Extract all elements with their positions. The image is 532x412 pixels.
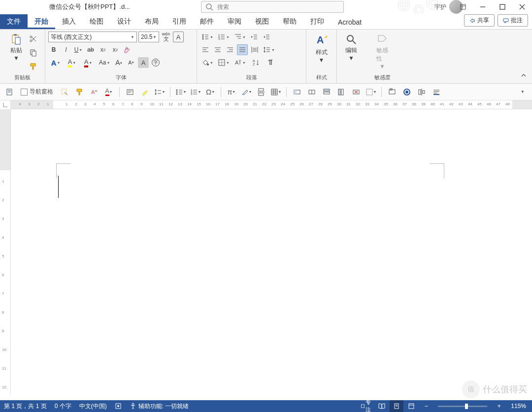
close-button[interactable]	[512, 0, 532, 14]
tab-draw[interactable]: 绘图	[83, 14, 110, 29]
sort-button[interactable]: AZ	[249, 57, 264, 68]
qt-page-break[interactable]	[255, 86, 267, 98]
phonetic-guide-button[interactable]: wén文	[161, 32, 171, 42]
minimize-button[interactable]	[473, 0, 493, 14]
font-name-combo[interactable]: 等线 (西文正文)▼	[48, 32, 137, 42]
qt-clear-format[interactable]: A	[88, 86, 100, 98]
bold-button[interactable]: B	[48, 44, 59, 55]
qt-table[interactable]: ▼	[269, 86, 282, 98]
format-painter-button[interactable]	[28, 61, 38, 72]
qt-split-cells[interactable]	[305, 86, 318, 98]
ribbon-mode-button[interactable]	[453, 0, 473, 14]
paste-button[interactable]: 粘贴 ▼	[6, 32, 26, 63]
qt-font-color[interactable]: A▼	[102, 86, 115, 98]
shading-button[interactable]: ▼	[200, 57, 215, 68]
sb-macros[interactable]	[115, 403, 122, 410]
qt-more[interactable]: ▼	[516, 86, 529, 98]
qt-pen[interactable]: ▼	[240, 86, 253, 98]
numbering-button[interactable]: 123▼	[216, 32, 231, 42]
qt-insert-col[interactable]	[335, 86, 348, 98]
grow-font-button[interactable]: A▴	[113, 57, 124, 68]
char-border-button[interactable]: A	[173, 32, 184, 42]
tab-mailings[interactable]: 邮件	[193, 14, 221, 29]
qt-insert-row[interactable]	[320, 86, 333, 98]
sb-zoom-out[interactable]: −	[419, 400, 433, 412]
strikethrough-button[interactable]: ab	[85, 44, 96, 55]
qt-delete-cells[interactable]	[350, 86, 363, 98]
tab-layout[interactable]: 布局	[138, 14, 166, 29]
editing-button[interactable]: 编辑▼	[341, 32, 361, 63]
qt-symbol[interactable]: Ω▼	[204, 86, 217, 98]
sb-web-layout[interactable]	[404, 400, 418, 412]
asian-layout-button[interactable]: A▼	[233, 57, 247, 68]
qt-paragraph-settings[interactable]	[430, 86, 443, 98]
change-case-button[interactable]: Aa▼	[97, 57, 112, 68]
tab-acrobat[interactable]: Acrobat	[331, 15, 368, 29]
sb-print-layout[interactable]	[390, 400, 403, 412]
align-left-button[interactable]	[200, 44, 211, 55]
superscript-button[interactable]: x2	[110, 44, 121, 55]
qt-format-painter[interactable]	[73, 86, 86, 98]
zoom-thumb[interactable]	[465, 404, 468, 409]
text-effects-button[interactable]: A▼	[48, 57, 63, 68]
qt-bullets[interactable]: ▼	[174, 86, 187, 98]
tab-references[interactable]: 引用	[166, 14, 193, 29]
align-justify-button[interactable]	[237, 44, 248, 55]
multilevel-list-button[interactable]: ▼	[233, 32, 247, 42]
bullets-button[interactable]: ▼	[200, 32, 215, 42]
borders-button[interactable]: ▼	[216, 57, 231, 68]
qt-insert-textbox[interactable]	[124, 86, 136, 98]
zoom-slider[interactable]	[438, 406, 487, 407]
qt-equation[interactable]: π▼	[225, 86, 238, 98]
maximize-button[interactable]	[493, 0, 512, 14]
enclose-char-button[interactable]: 字	[150, 57, 161, 68]
shrink-font-button[interactable]: A▾	[126, 57, 136, 68]
qt-new-doc[interactable]	[3, 86, 16, 98]
font-size-combo[interactable]: 20.5▼	[138, 32, 159, 42]
qt-screenshot[interactable]	[386, 86, 399, 98]
qt-numbering[interactable]: 123▼	[189, 86, 202, 98]
qt-align-objects[interactable]	[415, 86, 428, 98]
sb-read-mode[interactable]	[375, 400, 389, 412]
qt-line-spacing[interactable]: ▼	[153, 86, 166, 98]
copy-button[interactable]	[28, 47, 38, 58]
styles-button[interactable]: A 样式▼	[311, 32, 332, 65]
comments-button[interactable]: 批注	[498, 14, 528, 27]
align-right-button[interactable]	[225, 44, 235, 55]
sb-wordcount[interactable]: 0 个字	[55, 402, 71, 411]
decrease-indent-button[interactable]	[249, 32, 260, 42]
underline-button[interactable]: U▼	[73, 44, 84, 55]
share-button[interactable]: 共享	[464, 14, 495, 27]
qt-highlight[interactable]	[138, 86, 151, 98]
italic-button[interactable]: I	[61, 44, 71, 55]
sb-zoom-in[interactable]: +	[492, 400, 506, 412]
sb-accessibility[interactable]: 辅助功能: 一切就绪	[130, 402, 189, 411]
sb-page[interactable]: 第 1 页，共 1 页	[4, 402, 47, 411]
sb-language[interactable]: 中文(中国)	[79, 402, 107, 411]
sb-zoom-level[interactable]: 115%	[511, 403, 526, 410]
qt-select[interactable]	[58, 86, 71, 98]
cut-button[interactable]	[28, 33, 38, 44]
char-shading-button[interactable]: A	[138, 57, 149, 68]
line-spacing-button[interactable]: ▼	[262, 44, 276, 55]
align-center-button[interactable]	[212, 44, 223, 55]
tab-review[interactable]: 审阅	[221, 14, 248, 29]
search-box[interactable]: 搜索	[201, 1, 344, 13]
ruler-corner[interactable]	[0, 100, 11, 109]
tab-insert[interactable]: 插入	[55, 14, 83, 29]
qt-merge-cells[interactable]	[291, 86, 303, 98]
tab-print[interactable]: 打印	[303, 14, 331, 29]
clear-format-button[interactable]: A	[122, 44, 133, 55]
nav-pane-checkbox[interactable]: 导航窗格	[21, 88, 53, 96]
show-marks-button[interactable]	[265, 57, 276, 68]
qt-border-style[interactable]: ▼	[365, 86, 377, 98]
ruler-horizontal[interactable]: 4321123456789101112131415161718192021222…	[11, 100, 532, 109]
tab-view[interactable]: 视图	[248, 14, 276, 29]
subscript-button[interactable]: x2	[98, 44, 108, 55]
tab-file[interactable]: 文件	[0, 14, 28, 29]
highlight-button[interactable]: A▼	[65, 57, 79, 68]
align-distributed-button[interactable]	[249, 44, 260, 55]
collapse-ribbon-button[interactable]	[520, 72, 527, 80]
tab-help[interactable]: 帮助	[276, 14, 303, 29]
qt-circle[interactable]	[400, 86, 413, 98]
